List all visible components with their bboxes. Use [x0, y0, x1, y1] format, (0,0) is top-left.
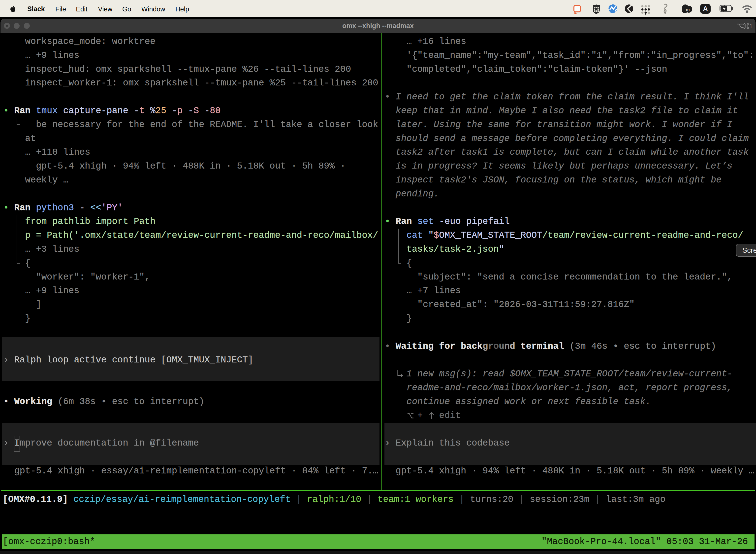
svg-text:1: 1	[749, 23, 753, 30]
svg-text:..61: ..61	[684, 8, 690, 12]
